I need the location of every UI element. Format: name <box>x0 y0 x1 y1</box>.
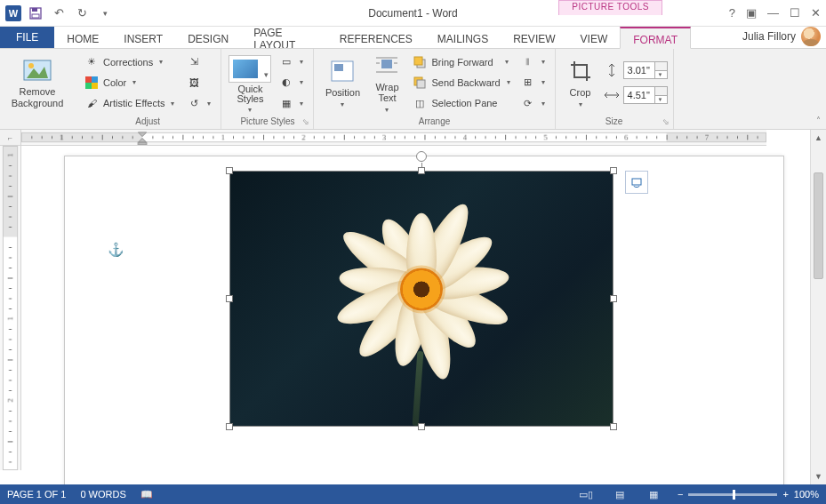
read-mode-button[interactable]: ▭▯ <box>576 487 596 501</box>
chevron-down-icon: ▾ <box>300 58 303 66</box>
wrap-text-button[interactable]: Wrap Text▾ <box>365 52 408 114</box>
send-backward-button[interactable]: Send Backward ▾ <box>408 73 514 92</box>
corrections-button[interactable]: ☀ Corrections▾ <box>80 52 179 72</box>
position-label: Position <box>325 87 360 99</box>
position-button[interactable]: Position▾ <box>319 52 365 114</box>
zoom-level[interactable]: 100% <box>794 489 819 500</box>
ribbon-tabs: FILE HOME INSERT DESIGN PAGE LAYOUT REFE… <box>0 27 826 48</box>
scroll-up-button[interactable]: ▲ <box>811 130 826 146</box>
vertical-ruler[interactable] <box>0 146 21 470</box>
selected-picture[interactable] <box>229 171 613 427</box>
selection-pane-icon: ◫ <box>413 96 427 110</box>
picture-effects-button[interactable]: ◐▾ <box>275 73 308 92</box>
align-button[interactable]: ⫴▾ <box>517 52 549 72</box>
vertical-scrollbar[interactable]: ▲ ▼ <box>810 130 826 484</box>
picture-layout-button[interactable]: ▦▾ <box>275 93 308 113</box>
send-backward-label: Send Backward <box>431 77 500 88</box>
ribbon-display-button[interactable]: ▣ <box>746 6 757 20</box>
tab-file[interactable]: FILE <box>0 27 54 48</box>
reset-icon: ↺ <box>187 96 201 110</box>
scroll-down-button[interactable]: ▼ <box>811 468 826 484</box>
quick-styles-button[interactable]: Quick Styles▾ <box>227 52 273 114</box>
resize-handle-e[interactable] <box>610 295 617 302</box>
undo-button[interactable]: ↶ <box>50 4 68 22</box>
svg-rect-11 <box>334 64 343 71</box>
resize-handle-s[interactable] <box>418 423 425 430</box>
compress-pictures-button[interactable]: ⇲ <box>182 52 215 72</box>
chevron-down-icon: ▾ <box>300 78 303 86</box>
horizontal-ruler[interactable] <box>21 130 766 146</box>
tab-home[interactable]: HOME <box>54 27 111 48</box>
print-layout-button[interactable]: ▤ <box>610 487 630 501</box>
resize-handle-w[interactable] <box>226 295 233 302</box>
resize-handle-se[interactable] <box>610 423 617 430</box>
effects-icon: ◐ <box>279 76 293 90</box>
chevron-down-icon: ▾ <box>579 100 582 108</box>
word-count[interactable]: 0 WORDS <box>80 489 125 500</box>
maximize-button[interactable]: ☐ <box>790 6 800 20</box>
zoom-out-button[interactable]: − <box>678 489 683 500</box>
tab-page-layout[interactable]: PAGE LAYOUT <box>241 27 327 48</box>
reset-picture-button[interactable]: ↺▾ <box>182 93 215 113</box>
minimize-button[interactable]: — <box>767 6 779 20</box>
status-bar: PAGE 1 OF 1 0 WORDS 📖 ▭▯ ▤ ▦ − + 100% <box>0 484 826 504</box>
rotate-button[interactable]: ⟳▾ <box>517 93 549 113</box>
rotate-icon: ⟳ <box>521 96 535 110</box>
svg-rect-1 <box>32 8 37 12</box>
chevron-down-icon: ▾ <box>300 100 303 108</box>
resize-handle-sw[interactable] <box>226 423 233 430</box>
picture-border-button[interactable]: ▭▾ <box>275 52 308 72</box>
tab-design[interactable]: DESIGN <box>175 27 241 48</box>
resize-handle-n[interactable] <box>418 167 425 174</box>
collapse-ribbon-button[interactable]: ˄ <box>816 116 821 125</box>
chevron-down-icon: ▾ <box>541 78 545 86</box>
tab-review[interactable]: REVIEW <box>501 27 567 48</box>
selection-pane-button[interactable]: ◫ Selection Pane <box>408 93 514 113</box>
proofing-icon[interactable]: 📖 <box>140 489 153 500</box>
user-account[interactable]: Julia Fillory <box>742 27 821 46</box>
word-app-icon: W <box>5 5 21 21</box>
page-indicator[interactable]: PAGE 1 OF 1 <box>7 489 66 500</box>
document-area[interactable]: ⚓ <box>21 146 810 484</box>
tab-format[interactable]: FORMAT <box>620 27 691 49</box>
change-picture-button[interactable]: 🖼 <box>182 73 215 92</box>
width-value: 4.51" <box>628 90 650 100</box>
chevron-down-icon: ▾ <box>132 78 136 86</box>
width-input[interactable]: 4.51"▲▼ <box>623 86 668 104</box>
group-picture-styles: Quick Styles▾ ▭▾ ◐▾ ▦▾ Picture Styles <box>221 49 314 129</box>
svg-rect-2 <box>32 14 39 18</box>
zoom-slider[interactable] <box>688 493 777 496</box>
close-button[interactable]: ✕ <box>811 6 821 20</box>
svg-rect-8 <box>85 83 92 89</box>
scroll-thumb[interactable] <box>814 172 823 279</box>
color-label: Color <box>103 77 126 88</box>
height-row: 3.01"▲▼ <box>604 60 668 80</box>
ruler-corner[interactable]: ⌐ <box>0 130 21 146</box>
layout-options-button[interactable] <box>625 171 648 194</box>
rotation-handle[interactable] <box>416 151 427 162</box>
chevron-down-icon: ▾ <box>171 100 174 108</box>
group-objects-button[interactable]: ⊞▾ <box>517 73 549 92</box>
save-button[interactable] <box>27 4 44 22</box>
tab-insert[interactable]: INSERT <box>111 27 175 48</box>
zoom-in-button[interactable]: + <box>782 489 788 500</box>
tab-view[interactable]: VIEW <box>568 27 621 48</box>
web-layout-button[interactable]: ▦ <box>644 487 663 501</box>
color-button[interactable]: Color▾ <box>80 73 179 92</box>
artistic-effects-button[interactable]: 🖌 Artistic Effects▾ <box>80 93 179 113</box>
resize-handle-nw[interactable] <box>226 167 233 174</box>
remove-background-button[interactable]: Remove Background <box>5 52 69 114</box>
height-input[interactable]: 3.01"▲▼ <box>623 61 668 79</box>
resize-handle-ne[interactable] <box>610 167 617 174</box>
redo-button[interactable]: ↻ <box>73 4 91 22</box>
tab-references[interactable]: REFERENCES <box>327 27 425 48</box>
help-button[interactable]: ? <box>729 6 735 20</box>
bring-forward-button[interactable]: Bring Forward ▾ <box>408 52 514 72</box>
page[interactable]: ⚓ <box>64 156 784 484</box>
quick-access-toolbar: W ↶ ↻ ▾ <box>0 0 114 26</box>
crop-button[interactable]: Crop▾ <box>561 52 600 114</box>
tab-mailings[interactable]: MAILINGS <box>425 27 501 48</box>
group-label-picture-styles[interactable]: Picture Styles <box>221 115 313 129</box>
qat-customize-button[interactable]: ▾ <box>96 4 114 22</box>
group-label-size[interactable]: Size <box>556 115 673 129</box>
